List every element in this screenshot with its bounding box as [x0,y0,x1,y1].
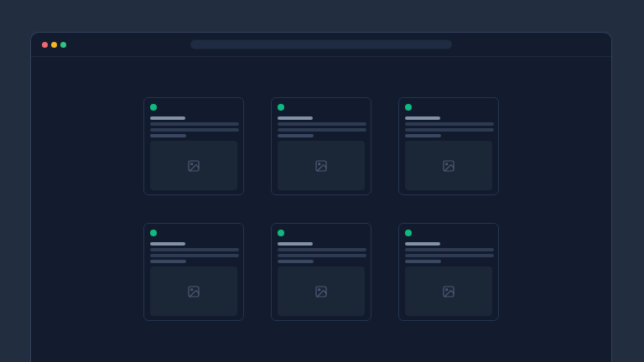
image-placeholder [278,141,365,190]
skeleton-line-short [405,134,441,137]
skeleton-line-short [278,260,314,263]
status-dot-icon [150,230,157,236]
skeleton-title [405,242,440,246]
skeleton-line [405,122,494,126]
status-dot-icon [405,104,412,111]
card[interactable] [143,223,244,321]
skeleton-line-short [278,134,314,137]
skeleton-line [405,128,494,132]
skeleton-lines [150,242,237,263]
skeleton-line [278,254,366,257]
skeleton-title [278,242,313,246]
card[interactable] [271,223,371,321]
skeleton-line-short [150,260,186,263]
browser-titlebar [31,33,611,57]
image-placeholder [405,266,492,316]
image-icon [442,285,455,298]
card[interactable] [143,97,244,195]
image-placeholder [278,266,365,316]
skeleton-line-short [150,134,186,137]
skeleton-line [150,122,239,126]
card[interactable] [271,97,371,195]
skeleton-line [278,122,366,126]
card[interactable] [398,97,499,195]
browser-window [30,32,612,362]
skeleton-title [150,242,185,246]
close-button[interactable] [42,42,48,48]
skeleton-lines [405,242,492,263]
skeleton-lines [405,116,492,137]
skeleton-lines [150,116,237,137]
image-icon [442,159,455,173]
image-icon [314,285,328,298]
image-icon [187,159,200,173]
traffic-lights [42,42,66,48]
skeleton-line [150,254,239,257]
skeleton-line [278,128,366,132]
url-bar[interactable] [190,40,452,49]
card-grid [31,97,611,321]
image-placeholder [150,266,237,316]
status-dot-icon [405,230,412,236]
skeleton-line [278,248,366,251]
card[interactable] [398,223,499,321]
image-icon [314,159,328,173]
skeleton-lines [278,116,365,137]
maximize-button[interactable] [60,42,66,48]
skeleton-line [150,248,239,251]
skeleton-line [150,128,239,132]
minimize-button[interactable] [51,42,57,48]
skeleton-title [150,116,185,120]
skeleton-title [405,116,440,120]
skeleton-line-short [405,260,441,263]
image-placeholder [405,141,492,190]
skeleton-line [405,248,494,251]
status-dot-icon [278,230,284,236]
image-placeholder [150,141,237,190]
status-dot-icon [150,104,157,111]
browser-viewport [31,57,611,321]
skeleton-line [405,254,494,257]
status-dot-icon [278,104,284,111]
skeleton-title [278,116,313,120]
image-icon [187,285,200,298]
skeleton-lines [278,242,365,263]
